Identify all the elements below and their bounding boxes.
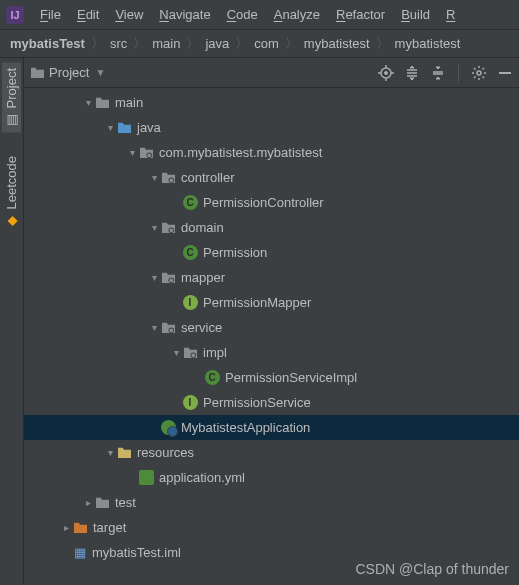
tree-label: java xyxy=(137,120,161,135)
panel-title-label: Project xyxy=(49,65,89,80)
sidebar-tab-label: Leetcode xyxy=(4,156,19,210)
tree-label: PermissionService xyxy=(203,395,311,410)
tree-label: impl xyxy=(203,345,227,360)
project-icon: ▤ xyxy=(5,112,19,126)
chevron-down-icon: ▼ xyxy=(95,67,105,78)
tree-node[interactable]: ▾mapper xyxy=(24,265,519,290)
menu-item-refactor[interactable]: Refactor xyxy=(328,3,393,26)
expand-arrow-icon[interactable]: ▾ xyxy=(148,322,160,333)
tree-node[interactable]: ▾main xyxy=(24,90,519,115)
svg-point-1 xyxy=(385,71,388,74)
svg-point-6 xyxy=(169,178,173,182)
project-view-icon xyxy=(30,66,45,79)
menu-item-code[interactable]: Code xyxy=(219,3,266,26)
svg-point-2 xyxy=(477,71,481,75)
tree-label: mapper xyxy=(181,270,225,285)
expand-all-icon[interactable] xyxy=(404,65,420,81)
app-icon: IJ xyxy=(6,6,24,24)
tree-node[interactable]: ▸test xyxy=(24,490,519,515)
tree-node[interactable]: ▾impl xyxy=(24,340,519,365)
tree-node[interactable]: IPermissionService xyxy=(24,390,519,415)
chevron-right-icon: 〉 xyxy=(235,35,248,53)
separator xyxy=(458,64,459,82)
svg-point-4 xyxy=(147,153,151,157)
menu-item-navigate[interactable]: Navigate xyxy=(151,3,218,26)
collapse-all-icon[interactable] xyxy=(430,65,446,81)
panel-title-dropdown[interactable]: Project ▼ xyxy=(30,65,105,80)
sidebar-tab-project[interactable]: ▤ Project xyxy=(2,62,21,132)
expand-arrow-icon[interactable]: ▸ xyxy=(60,522,72,533)
tree-node[interactable]: ▾service xyxy=(24,315,519,340)
locate-icon[interactable] xyxy=(378,65,394,81)
breadcrumb-item[interactable]: src xyxy=(106,34,131,53)
menu-item-view[interactable]: View xyxy=(107,3,151,26)
hide-icon[interactable] xyxy=(497,65,513,81)
tree-node[interactable]: ▾java xyxy=(24,115,519,140)
svg-point-8 xyxy=(169,228,173,232)
breadcrumb-item[interactable]: mybatisTest xyxy=(6,34,89,53)
sidebar-tab-label: Project xyxy=(4,68,19,108)
svg-point-12 xyxy=(169,328,173,332)
tree-node[interactable]: application.yml xyxy=(24,465,519,490)
tree-label: PermissionServiceImpl xyxy=(225,370,357,385)
tree-label: PermissionMapper xyxy=(203,295,311,310)
tree-node[interactable]: ▾resources xyxy=(24,440,519,465)
breadcrumb: mybatisTest〉src〉main〉java〉com〉mybatistes… xyxy=(0,30,519,58)
chevron-right-icon: 〉 xyxy=(133,35,146,53)
gear-icon[interactable] xyxy=(471,65,487,81)
tree-node[interactable]: CPermissionController xyxy=(24,190,519,215)
tree-label: domain xyxy=(181,220,224,235)
tree-node[interactable]: CPermissionServiceImpl xyxy=(24,365,519,390)
panel-header: Project ▼ xyxy=(24,58,519,88)
tree-node[interactable]: CPermission xyxy=(24,240,519,265)
tree-label: PermissionController xyxy=(203,195,324,210)
breadcrumb-item[interactable]: main xyxy=(148,34,184,53)
tree-label: com.mybatistest.mybatistest xyxy=(159,145,322,160)
sidebar-tab-leetcode[interactable]: ◆ Leetcode xyxy=(2,150,21,234)
tree-node[interactable]: ▾domain xyxy=(24,215,519,240)
expand-arrow-icon[interactable]: ▾ xyxy=(126,147,138,158)
breadcrumb-item[interactable]: mybatistest xyxy=(300,34,374,53)
expand-arrow-icon[interactable]: ▾ xyxy=(170,347,182,358)
tree-label: mybatisTest.iml xyxy=(92,545,181,560)
tree-label: Permission xyxy=(203,245,267,260)
expand-arrow-icon[interactable]: ▾ xyxy=(148,222,160,233)
menu-item-edit[interactable]: Edit xyxy=(69,3,107,26)
expand-arrow-icon[interactable]: ▾ xyxy=(104,122,116,133)
tree-label: application.yml xyxy=(159,470,245,485)
breadcrumb-item[interactable]: com xyxy=(250,34,283,53)
tree-node[interactable]: IPermissionMapper xyxy=(24,290,519,315)
tree-node[interactable]: ▸target xyxy=(24,515,519,540)
tree-label: test xyxy=(115,495,136,510)
menu-item-analyze[interactable]: Analyze xyxy=(266,3,328,26)
chevron-right-icon: 〉 xyxy=(376,35,389,53)
menu-item-r[interactable]: R xyxy=(438,3,463,26)
expand-arrow-icon[interactable]: ▾ xyxy=(104,447,116,458)
menu-item-file[interactable]: File xyxy=(32,3,69,26)
chevron-right-icon: 〉 xyxy=(91,35,104,53)
tree-node[interactable]: ▦mybatisTest.iml xyxy=(24,540,519,565)
tree-label: controller xyxy=(181,170,234,185)
expand-arrow-icon[interactable]: ▾ xyxy=(148,272,160,283)
breadcrumb-item[interactable]: java xyxy=(201,34,233,53)
leetcode-icon: ◆ xyxy=(5,214,19,228)
tree-node[interactable]: MybatistestApplication xyxy=(24,415,519,440)
tree-label: service xyxy=(181,320,222,335)
chevron-right-icon: 〉 xyxy=(186,35,199,53)
menu-item-build[interactable]: Build xyxy=(393,3,438,26)
tree-node[interactable]: ▾com.mybatistest.mybatistest xyxy=(24,140,519,165)
sidebar: ▤ Project ◆ Leetcode xyxy=(0,58,24,585)
project-panel: Project ▼ ▾main▾java▾com.mybatistest.myb… xyxy=(24,58,519,585)
tree-label: resources xyxy=(137,445,194,460)
expand-arrow-icon[interactable]: ▾ xyxy=(82,97,94,108)
breadcrumb-item[interactable]: mybatistest xyxy=(391,34,465,53)
svg-point-10 xyxy=(169,278,173,282)
panel-actions xyxy=(378,64,513,82)
tree-node[interactable]: ▾controller xyxy=(24,165,519,190)
svg-point-14 xyxy=(191,353,195,357)
tree-label: main xyxy=(115,95,143,110)
chevron-right-icon: 〉 xyxy=(285,35,298,53)
expand-arrow-icon[interactable]: ▾ xyxy=(148,172,160,183)
expand-arrow-icon[interactable]: ▸ xyxy=(82,497,94,508)
tree-label: target xyxy=(93,520,126,535)
